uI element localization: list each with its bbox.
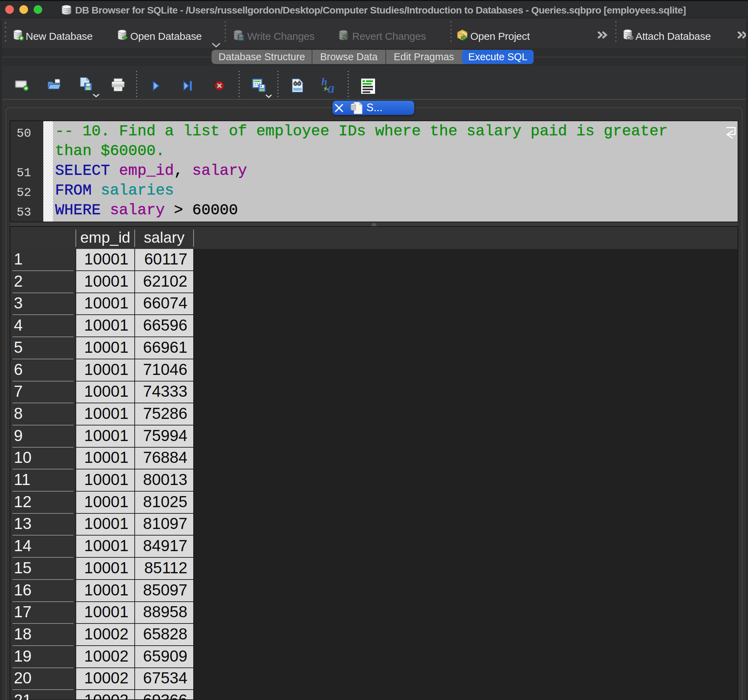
svg-text:h: h xyxy=(321,77,327,87)
svg-text:a: a xyxy=(328,80,334,94)
